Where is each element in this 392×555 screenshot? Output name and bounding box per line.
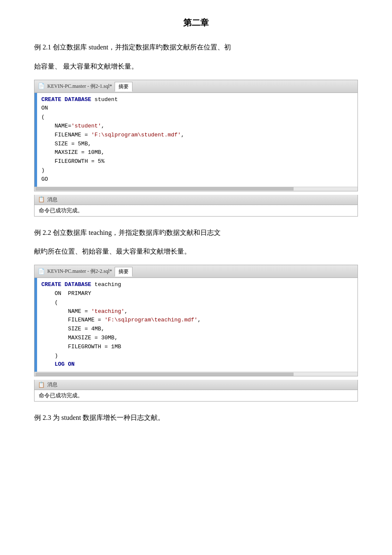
example-2-2-desc-line1: 例 2.2 创立数据库 teaching，并指定数据库旳数据文献和日志文: [34, 227, 358, 239]
code-window-2-title: KEVIN-PC.master - 例2-2.sql*: [47, 268, 112, 275]
code-window-2: 📄 KEVIN-PC.master - 例2-2.sql* 摘要 CREATE …: [34, 265, 358, 376]
message-panel-2-title: 📋 消息: [35, 380, 357, 390]
code-scrollbar-thumb-2: [35, 373, 294, 376]
str-filename-2: 'F:\sqlprogram\teaching.mdf': [104, 317, 197, 323]
code-window-1-titlebar: 📄 KEVIN-PC.master - 例2-1.sql* 摘要: [35, 80, 357, 93]
message-panel-2: 📋 消息 命令已成功完成。: [34, 380, 358, 402]
code-scrollbar-2[interactable]: [35, 372, 357, 376]
code-window-2-tab[interactable]: 摘要: [115, 267, 133, 277]
message-panel-1: 📋 消息 命令已成功完成。: [34, 195, 358, 217]
message-label-1: 消息: [47, 196, 58, 203]
code-scrollbar-1[interactable]: [35, 187, 357, 191]
code-content-2: CREATE DATABASE teaching ON PRIMARY ( NA…: [37, 278, 357, 372]
example-2-1-desc-line1: 例 2.1 创立数据库 student，并指定数据库旳数据文献所在位置、初: [34, 41, 358, 54]
code-window-1-title: KEVIN-PC.master - 例2-1.sql*: [47, 83, 112, 90]
str-name-2: 'teaching': [91, 308, 124, 315]
code-content-1: CREATE DATABASE student ON ( NAME='stude…: [37, 93, 357, 187]
code-window-1: 📄 KEVIN-PC.master - 例2-1.sql* 摘要 CREATE …: [34, 80, 358, 191]
script-icon-2: 📄: [38, 268, 45, 275]
plain-1: student ON ( NAME='student', FILENAME = …: [41, 96, 184, 182]
message-content-1: 命令已成功完成。: [35, 205, 357, 216]
plain-2: teaching ON PRIMARY ( NAME = 'teaching',…: [41, 281, 201, 367]
example-2-1-desc-line2: 始容量、 最大容量和文献增长量。: [34, 61, 358, 73]
example-2-2-desc-line2: 献旳所在位置、初始容量、最大容量和文献增长量。: [34, 246, 358, 258]
str-filename-1: 'F:\sqlprogram\student.mdf': [91, 132, 181, 138]
code-window-1-body: CREATE DATABASE student ON ( NAME='stude…: [35, 93, 357, 187]
kw-create-1: CREATE DATABASE: [41, 96, 91, 103]
code-window-1-tab[interactable]: 摘要: [115, 82, 133, 92]
script-icon-1: 📄: [38, 83, 45, 90]
kw-logon: LOG ON: [55, 361, 75, 367]
chapter-title: 第二章: [34, 17, 358, 29]
code-window-2-titlebar: 📄 KEVIN-PC.master - 例2-2.sql* 摘要: [35, 265, 357, 278]
code-window-2-body: CREATE DATABASE teaching ON PRIMARY ( NA…: [35, 278, 357, 372]
code-scrollbar-thumb-1: [35, 187, 294, 191]
str-name-1: 'student': [71, 123, 101, 129]
message-label-2: 消息: [47, 381, 58, 388]
message-icon-2: 📋: [38, 382, 45, 388]
example-2-3-desc: 例 2.3 为 student 数据库增长一种日志文献。: [34, 412, 358, 424]
message-content-2: 命令已成功完成。: [35, 390, 357, 401]
kw-create-2: CREATE DATABASE: [41, 281, 91, 288]
message-icon-1: 📋: [38, 196, 45, 203]
message-panel-1-title: 📋 消息: [35, 195, 357, 205]
